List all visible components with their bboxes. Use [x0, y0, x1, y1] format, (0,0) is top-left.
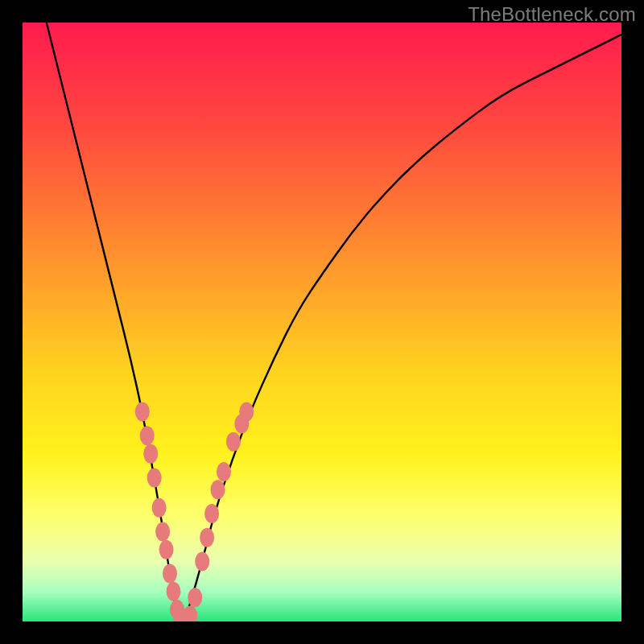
data-marker	[217, 462, 231, 481]
data-marker	[143, 444, 158, 464]
data-marker	[135, 402, 150, 422]
plot-area	[23, 23, 621, 621]
chart-frame: TheBottleneck.com	[0, 0, 644, 644]
data-marker	[211, 480, 225, 499]
data-marker	[239, 402, 254, 422]
data-marker	[195, 552, 209, 572]
data-marker	[188, 588, 202, 607]
data-marker	[147, 468, 162, 487]
data-marker	[152, 498, 167, 518]
data-marker	[226, 432, 241, 452]
data-marker	[155, 522, 170, 541]
watermark-text: TheBottleneck.com	[468, 3, 636, 26]
chart-svg	[23, 23, 621, 621]
data-marker	[200, 528, 214, 547]
data-marker	[166, 582, 180, 601]
gradient-background	[23, 23, 621, 621]
data-marker	[163, 564, 177, 583]
data-marker	[159, 540, 174, 559]
data-marker	[204, 504, 219, 523]
data-marker	[140, 426, 155, 445]
